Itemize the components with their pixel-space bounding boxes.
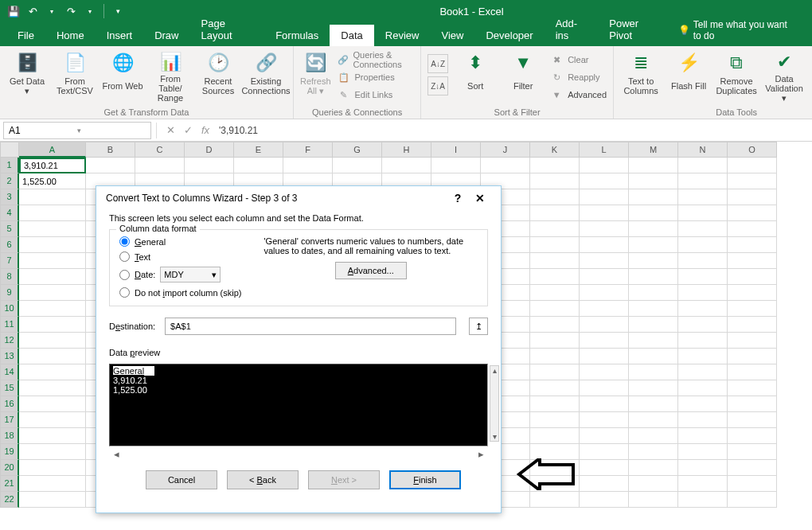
cell[interactable]: [678, 158, 728, 173]
radio-text-input[interactable]: [119, 251, 130, 262]
cell[interactable]: [728, 460, 777, 476]
cell[interactable]: [629, 333, 678, 349]
col-header-d[interactable]: D: [185, 142, 234, 158]
row-header[interactable]: 2: [0, 173, 19, 189]
col-header-c[interactable]: C: [135, 142, 185, 158]
cell[interactable]: [580, 349, 629, 364]
cell[interactable]: [728, 237, 777, 253]
cell[interactable]: [580, 428, 629, 444]
close-button[interactable]: ✕: [469, 192, 491, 205]
save-icon[interactable]: 💾: [6, 4, 21, 18]
cell[interactable]: [530, 317, 580, 333]
row-header[interactable]: 6: [0, 237, 19, 253]
cell[interactable]: [580, 237, 629, 253]
radio-date-input[interactable]: [119, 270, 130, 280]
scroll-up-arrow[interactable]: ▴: [490, 366, 498, 375]
get-data-button[interactable]: 🗄️Get Data ▾: [6, 49, 48, 102]
cell[interactable]: [678, 173, 728, 189]
finish-button[interactable]: Finish: [389, 470, 461, 489]
cell[interactable]: [629, 444, 678, 460]
cell[interactable]: [629, 189, 678, 205]
cell[interactable]: [530, 412, 580, 428]
cell[interactable]: [629, 412, 678, 428]
row-header[interactable]: 3: [0, 189, 19, 205]
tab-formulas[interactable]: Formulas: [264, 25, 330, 46]
cell[interactable]: [19, 237, 86, 253]
text-to-columns-button[interactable]: ≣Text to Columns: [620, 49, 662, 102]
cell[interactable]: [19, 364, 86, 380]
cell[interactable]: [728, 396, 777, 412]
row-header[interactable]: 12: [0, 333, 19, 349]
cell[interactable]: [629, 380, 678, 396]
sort-desc-button[interactable]: Z↓A: [427, 76, 448, 95]
cell[interactable]: [580, 380, 629, 396]
cell[interactable]: [530, 173, 580, 189]
cell[interactable]: [580, 269, 629, 285]
row-header[interactable]: 9: [0, 285, 19, 301]
cell[interactable]: [580, 173, 629, 189]
cancel-formula-button[interactable]: ✕: [162, 124, 179, 136]
cell[interactable]: [728, 189, 777, 205]
cell[interactable]: [629, 269, 678, 285]
sort-button[interactable]: ⬍Sort: [455, 49, 496, 102]
cell[interactable]: [19, 460, 86, 476]
cell[interactable]: [728, 349, 777, 364]
cell[interactable]: [19, 380, 86, 396]
properties-button[interactable]: 📋Properties: [338, 68, 415, 86]
range-picker-button[interactable]: ↥: [469, 318, 488, 335]
cell[interactable]: [629, 205, 678, 221]
row-header[interactable]: 22: [0, 492, 19, 508]
cell[interactable]: [728, 285, 777, 301]
col-header-f[interactable]: F: [283, 142, 333, 158]
cell[interactable]: [678, 269, 728, 285]
scroll-down-arrow[interactable]: ▾: [490, 432, 498, 441]
cell[interactable]: [678, 364, 728, 380]
cell[interactable]: [728, 317, 777, 333]
cell[interactable]: [678, 221, 728, 237]
row-header[interactable]: 13: [0, 349, 19, 364]
col-header-i[interactable]: I: [431, 142, 481, 158]
preview-vertical-scrollbar[interactable]: ▴ ▾: [490, 365, 499, 442]
select-all-corner[interactable]: [0, 142, 19, 158]
cell[interactable]: [530, 349, 580, 364]
cell[interactable]: [580, 444, 629, 460]
cell[interactable]: [629, 476, 678, 492]
radio-skip-input[interactable]: [119, 287, 130, 298]
row-header[interactable]: 16: [0, 396, 19, 412]
cell[interactable]: [678, 253, 728, 269]
advanced-filter-button[interactable]: ▼Advanced: [550, 86, 607, 103]
cell[interactable]: [629, 428, 678, 444]
cell[interactable]: [580, 158, 629, 173]
flash-fill-button[interactable]: ⚡Flash Fill: [668, 49, 709, 102]
cell[interactable]: [678, 349, 728, 364]
cell[interactable]: [580, 285, 629, 301]
cell[interactable]: [530, 444, 580, 460]
remove-duplicates-button[interactable]: ⧉Remove Duplicates: [716, 49, 757, 102]
cell[interactable]: [678, 444, 728, 460]
cell[interactable]: [629, 492, 678, 508]
cell[interactable]: [19, 428, 86, 444]
cell[interactable]: [481, 158, 530, 173]
col-header-j[interactable]: J: [481, 142, 530, 158]
cell[interactable]: [728, 301, 777, 317]
cell[interactable]: [629, 285, 678, 301]
redo-button[interactable]: ↷: [64, 4, 78, 18]
cell[interactable]: [678, 428, 728, 444]
row-header[interactable]: 14: [0, 364, 19, 380]
from-text-csv-button[interactable]: 📄From Text/CSV: [54, 49, 96, 102]
cell[interactable]: [629, 396, 678, 412]
row-header[interactable]: 10: [0, 301, 19, 317]
help-button[interactable]: ?: [447, 192, 469, 205]
tab-home[interactable]: Home: [45, 25, 96, 46]
cell[interactable]: [580, 412, 629, 428]
from-web-button[interactable]: 🌐From Web: [102, 49, 143, 102]
back-button[interactable]: < Back: [227, 470, 299, 489]
undo-dropdown[interactable]: ▾: [45, 4, 59, 18]
cell[interactable]: [530, 364, 580, 380]
cell[interactable]: [580, 221, 629, 237]
row-header[interactable]: 7: [0, 253, 19, 269]
col-header-h[interactable]: H: [382, 142, 431, 158]
cell[interactable]: [580, 476, 629, 492]
row-header[interactable]: 17: [0, 412, 19, 428]
cell[interactable]: [580, 253, 629, 269]
